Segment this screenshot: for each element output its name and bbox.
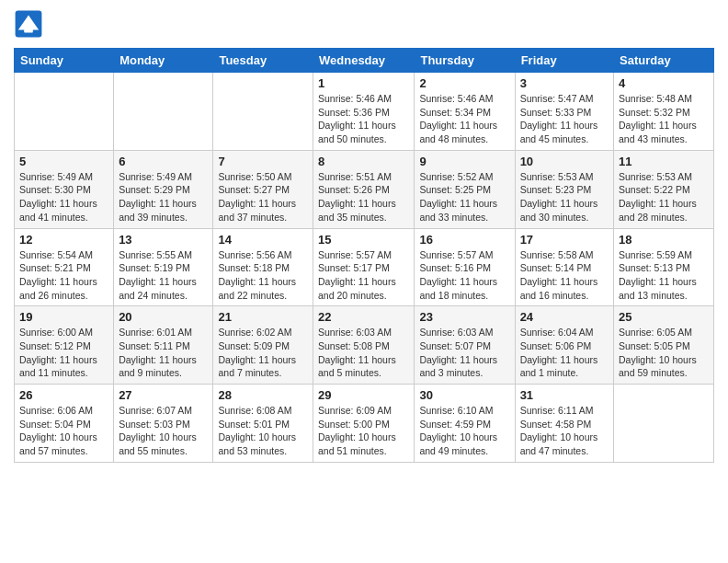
day-number: 13 [119,233,208,247]
calendar-cell: 10Sunrise: 5:53 AM Sunset: 5:23 PM Dayli… [515,150,613,228]
day-number: 25 [619,310,709,324]
day-info: Sunrise: 5:48 AM Sunset: 5:32 PM Dayligh… [619,92,709,146]
day-info: Sunrise: 5:50 AM Sunset: 5:27 PM Dayligh… [218,170,308,224]
calendar-cell: 19Sunrise: 6:00 AM Sunset: 5:12 PM Dayli… [15,306,114,385]
logo-icon [14,9,43,39]
calendar-cell: 1Sunrise: 5:46 AM Sunset: 5:36 PM Daylig… [313,73,415,151]
day-info: Sunrise: 5:57 AM Sunset: 5:16 PM Dayligh… [419,248,509,303]
calendar-cell: 2Sunrise: 5:46 AM Sunset: 5:34 PM Daylig… [415,73,515,151]
day-number: 17 [520,233,609,247]
day-number: 19 [19,310,108,324]
calendar-week-row: 1Sunrise: 5:46 AM Sunset: 5:36 PM Daylig… [15,73,714,151]
calendar-cell: 16Sunrise: 5:57 AM Sunset: 5:16 PM Dayli… [415,228,515,306]
calendar-cell: 27Sunrise: 6:07 AM Sunset: 5:03 PM Dayli… [114,385,213,463]
calendar-cell: 28Sunrise: 6:08 AM Sunset: 5:01 PM Dayli… [213,385,313,463]
calendar-cell: 18Sunrise: 5:59 AM Sunset: 5:13 PM Dayli… [614,228,714,306]
day-number: 15 [318,233,409,247]
calendar-cell: 17Sunrise: 5:58 AM Sunset: 5:14 PM Dayli… [515,228,613,306]
day-info: Sunrise: 5:51 AM Sunset: 5:26 PM Dayligh… [318,170,409,224]
calendar-cell: 14Sunrise: 5:56 AM Sunset: 5:18 PM Dayli… [213,228,313,306]
day-info: Sunrise: 6:10 AM Sunset: 4:59 PM Dayligh… [419,404,509,458]
weekday-header-tuesday: Tuesday [213,49,313,73]
weekday-header-saturday: Saturday [614,49,714,73]
calendar-cell: 20Sunrise: 6:01 AM Sunset: 5:11 PM Dayli… [114,306,213,385]
day-info: Sunrise: 5:52 AM Sunset: 5:25 PM Dayligh… [419,170,509,224]
day-info: Sunrise: 5:57 AM Sunset: 5:17 PM Dayligh… [318,248,409,303]
page-container: SundayMondayTuesdayWednesdayThursdayFrid… [0,0,728,472]
day-number: 18 [619,233,709,247]
day-info: Sunrise: 6:07 AM Sunset: 5:03 PM Dayligh… [119,404,208,458]
day-number: 6 [119,155,208,168]
day-number: 1 [318,76,409,90]
day-number: 9 [419,155,509,168]
calendar-cell: 13Sunrise: 5:55 AM Sunset: 5:19 PM Dayli… [114,228,213,306]
calendar-cell [213,73,313,151]
day-number: 20 [119,310,208,324]
calendar-cell: 22Sunrise: 6:03 AM Sunset: 5:08 PM Dayli… [313,306,415,385]
calendar-cell: 29Sunrise: 6:09 AM Sunset: 5:00 PM Dayli… [313,385,415,463]
calendar-cell [614,385,714,463]
day-number: 30 [419,388,509,402]
day-info: Sunrise: 5:49 AM Sunset: 5:30 PM Dayligh… [19,170,108,224]
day-number: 31 [520,388,609,402]
calendar-cell: 9Sunrise: 5:52 AM Sunset: 5:25 PM Daylig… [415,150,515,228]
day-info: Sunrise: 6:06 AM Sunset: 5:04 PM Dayligh… [19,404,108,458]
calendar-cell: 30Sunrise: 6:10 AM Sunset: 4:59 PM Dayli… [415,385,515,463]
calendar-cell: 31Sunrise: 6:11 AM Sunset: 4:58 PM Dayli… [515,385,613,463]
day-number: 21 [218,310,308,324]
day-info: Sunrise: 5:47 AM Sunset: 5:33 PM Dayligh… [520,92,609,146]
calendar-cell [114,73,213,151]
day-info: Sunrise: 6:01 AM Sunset: 5:11 PM Dayligh… [119,326,208,380]
calendar-cell [15,73,114,151]
weekday-header-thursday: Thursday [415,49,515,73]
day-info: Sunrise: 5:55 AM Sunset: 5:19 PM Dayligh… [119,248,208,303]
day-number: 5 [19,155,108,168]
calendar-week-row: 5Sunrise: 5:49 AM Sunset: 5:30 PM Daylig… [15,150,714,228]
day-info: Sunrise: 5:46 AM Sunset: 5:36 PM Dayligh… [318,92,409,146]
day-info: Sunrise: 6:03 AM Sunset: 5:07 PM Dayligh… [419,326,509,380]
day-info: Sunrise: 6:09 AM Sunset: 5:00 PM Dayligh… [318,404,409,458]
day-number: 12 [19,233,108,247]
day-number: 27 [119,388,208,402]
day-info: Sunrise: 6:08 AM Sunset: 5:01 PM Dayligh… [218,404,308,458]
weekday-header-sunday: Sunday [15,49,114,73]
day-number: 8 [318,155,409,168]
day-number: 29 [318,388,409,402]
day-number: 3 [520,76,609,90]
calendar-table: SundayMondayTuesdayWednesdayThursdayFrid… [14,48,714,463]
day-info: Sunrise: 6:11 AM Sunset: 4:58 PM Dayligh… [520,404,609,458]
calendar-week-row: 26Sunrise: 6:06 AM Sunset: 5:04 PM Dayli… [15,385,714,463]
calendar-cell: 5Sunrise: 5:49 AM Sunset: 5:30 PM Daylig… [15,150,114,228]
svg-rect-2 [24,29,33,33]
day-number: 10 [520,155,609,168]
day-number: 24 [520,310,609,324]
day-number: 22 [318,310,409,324]
page-header [14,9,714,39]
day-info: Sunrise: 6:02 AM Sunset: 5:09 PM Dayligh… [218,326,308,380]
calendar-cell: 7Sunrise: 5:50 AM Sunset: 5:27 PM Daylig… [213,150,313,228]
weekday-header-monday: Monday [114,49,213,73]
calendar-cell: 3Sunrise: 5:47 AM Sunset: 5:33 PM Daylig… [515,73,613,151]
day-info: Sunrise: 5:46 AM Sunset: 5:34 PM Dayligh… [419,92,509,146]
calendar-cell: 25Sunrise: 6:05 AM Sunset: 5:05 PM Dayli… [614,306,714,385]
calendar-cell: 8Sunrise: 5:51 AM Sunset: 5:26 PM Daylig… [313,150,415,228]
calendar-week-row: 19Sunrise: 6:00 AM Sunset: 5:12 PM Dayli… [15,306,714,385]
calendar-cell: 26Sunrise: 6:06 AM Sunset: 5:04 PM Dayli… [15,385,114,463]
day-info: Sunrise: 5:59 AM Sunset: 5:13 PM Dayligh… [619,248,709,303]
day-number: 4 [619,76,709,90]
day-info: Sunrise: 5:54 AM Sunset: 5:21 PM Dayligh… [19,248,108,303]
calendar-week-row: 12Sunrise: 5:54 AM Sunset: 5:21 PM Dayli… [15,228,714,306]
calendar-cell: 21Sunrise: 6:02 AM Sunset: 5:09 PM Dayli… [213,306,313,385]
calendar-cell: 6Sunrise: 5:49 AM Sunset: 5:29 PM Daylig… [114,150,213,228]
weekday-header-friday: Friday [515,49,613,73]
weekday-header-row: SundayMondayTuesdayWednesdayThursdayFrid… [15,49,714,73]
day-number: 26 [19,388,108,402]
day-number: 7 [218,155,308,168]
day-number: 11 [619,155,709,168]
day-info: Sunrise: 6:04 AM Sunset: 5:06 PM Dayligh… [520,326,609,380]
weekday-header-wednesday: Wednesday [313,49,415,73]
day-info: Sunrise: 5:58 AM Sunset: 5:14 PM Dayligh… [520,248,609,303]
logo [14,9,49,39]
day-info: Sunrise: 5:56 AM Sunset: 5:18 PM Dayligh… [218,248,308,303]
day-info: Sunrise: 5:53 AM Sunset: 5:23 PM Dayligh… [520,170,609,224]
